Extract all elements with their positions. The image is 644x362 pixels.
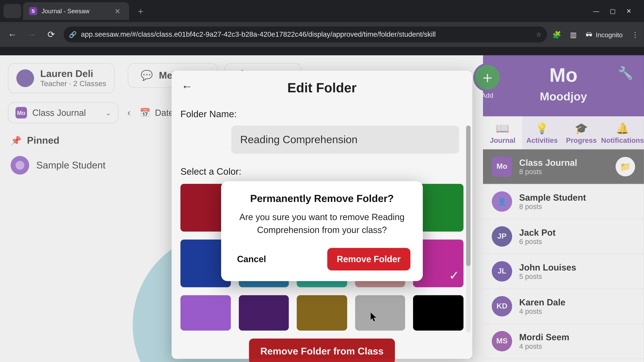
pin-icon: 📌 — [10, 135, 22, 146]
site-info-icon[interactable]: 🔗 — [69, 31, 76, 38]
right-column: ＋ Add Mo Moodjoy 🔧 📖Journal 💡Activities … — [483, 55, 644, 362]
right-tabs: 📖Journal 💡Activities 🎓Progress 🔔Notifica… — [483, 116, 644, 149]
item-avatar: MS — [492, 331, 512, 351]
user-card[interactable]: Lauren Deli Teacher · 2 Classes — [8, 63, 114, 93]
tab-activities[interactable]: 💡Activities — [522, 116, 562, 149]
nav-bar: ← → ⟳ 🔗 app.seesaw.me/#/class/class.e01b… — [0, 22, 644, 47]
url-text: app.seesaw.me/#/class/class.e01bf4c2-9a2… — [81, 30, 532, 38]
incognito-label: Incognito — [596, 31, 623, 38]
journal-dropdown[interactable]: Mo Class Journal ⌄ — [8, 102, 118, 123]
browser-tab[interactable]: S Journal - Seesaw ✕ — [23, 2, 129, 20]
bookmark-star-icon[interactable]: ☆ — [536, 31, 542, 38]
modal-title: Edit Folder — [287, 80, 356, 95]
color-swatch[interactable] — [297, 295, 347, 331]
add-button[interactable]: ＋ — [473, 63, 502, 91]
browser-menu-icon[interactable]: ⋮ — [632, 30, 639, 39]
incognito-badge[interactable]: 🕶 Incognito — [586, 31, 623, 38]
minimize-button[interactable]: — — [593, 7, 599, 14]
pinned-label: Pinned — [27, 135, 59, 146]
student-avatar — [10, 156, 29, 175]
remove-folder-button[interactable]: Remove Folder — [327, 248, 410, 270]
list-item[interactable]: MS Mordi Seem4 posts — [483, 324, 644, 359]
color-swatch[interactable] — [355, 295, 405, 331]
tab-close-button[interactable]: ✕ — [112, 6, 123, 16]
list-item[interactable]: Mo Class Journal8 posts 📁 — [483, 149, 644, 184]
student-name: Sample Student — [36, 160, 106, 171]
incognito-icon: 🕶 — [586, 31, 592, 38]
messages-icon: 💬 — [141, 70, 152, 81]
chevron-down-icon: ⌄ — [105, 108, 111, 117]
tab-journal[interactable]: 📖Journal — [483, 116, 522, 149]
journal-list[interactable]: Mo Class Journal8 posts 📁 👤 Sample Stude… — [483, 149, 644, 362]
new-tab-button[interactable]: ＋ — [131, 5, 150, 17]
tab-notifications[interactable]: 🔔Notifications — [601, 116, 644, 149]
confirm-title: Permanently Remove Folder? — [234, 193, 410, 205]
forward-button[interactable]: → — [25, 27, 39, 41]
folder-icon[interactable]: 📁 — [616, 157, 635, 176]
class-header: ＋ Add Mo Moodjoy 🔧 — [483, 55, 644, 116]
modal-back-button[interactable]: ← — [181, 80, 193, 93]
list-item[interactable]: KD Karen Dale4 posts — [483, 289, 644, 324]
item-avatar: KD — [492, 296, 512, 317]
folder-name-label: Folder Name: — [180, 109, 464, 119]
cursor-icon — [371, 312, 378, 322]
confirm-body: Are you sure you want to remove Reading … — [234, 211, 410, 237]
app-root: Lauren Deli Teacher · 2 Classes 💬 Messag… — [0, 55, 644, 362]
class-name: Moodjoy — [483, 86, 644, 103]
color-swatch[interactable] — [239, 295, 289, 331]
settings-wrench-icon[interactable]: 🔧 — [618, 66, 633, 80]
modal-scrollbar[interactable] — [466, 125, 470, 332]
tab-title: Journal - Seesaw — [42, 7, 108, 14]
user-avatar — [16, 69, 34, 87]
scrollbar-thumb[interactable] — [466, 125, 470, 266]
confirm-dialog: Permanently Remove Folder? Are you sure … — [221, 181, 423, 281]
progress-icon: 🎓 — [562, 122, 601, 135]
journal-icon: 📖 — [483, 122, 522, 135]
list-item[interactable]: 👤 Sample Student8 posts — [483, 184, 644, 219]
seesaw-favicon: S — [29, 7, 37, 15]
list-item[interactable]: JL John Louises5 posts — [483, 254, 644, 289]
add-label: Add — [473, 91, 502, 99]
person-icon: 👤 — [497, 197, 506, 206]
select-color-label: Select a Color: — [180, 166, 464, 177]
color-swatch[interactable] — [413, 295, 464, 331]
close-window-button[interactable]: ✕ — [626, 7, 632, 14]
check-icon: ✓ — [449, 268, 459, 283]
user-role: Teacher · 2 Classes — [40, 80, 106, 88]
item-avatar: Mo — [492, 156, 512, 177]
journal-dropdown-label: Class Journal — [32, 108, 100, 118]
mo-badge: Mo — [16, 107, 27, 118]
calendar-icon: 📅 — [140, 107, 150, 118]
extensions-icon[interactable]: 🧩 — [552, 30, 561, 39]
activities-icon: 💡 — [522, 122, 562, 135]
item-avatar: JL — [492, 261, 512, 281]
color-swatch[interactable] — [180, 295, 231, 331]
tab-progress[interactable]: 🎓Progress — [562, 116, 601, 149]
tab-bar: S Journal - Seesaw ✕ ＋ — ▢ ✕ — [0, 0, 644, 22]
user-name: Lauren Deli — [40, 68, 106, 80]
bell-icon: 🔔 — [601, 122, 644, 135]
browser-chrome: S Journal - Seesaw ✕ ＋ — ▢ ✕ ← → ⟳ 🔗 app… — [0, 0, 644, 55]
cancel-button[interactable]: Cancel — [234, 249, 270, 270]
address-bar[interactable]: 🔗 app.seesaw.me/#/class/class.e01bf4c2-9… — [64, 26, 547, 42]
dates-prev-button[interactable]: ‹ — [125, 107, 133, 118]
window-controls: — ▢ ✕ — [593, 7, 640, 14]
maximize-button[interactable]: ▢ — [610, 7, 616, 14]
folder-name-input[interactable] — [231, 125, 459, 154]
reload-button[interactable]: ⟳ — [44, 27, 58, 41]
side-panel-icon[interactable]: ▥ — [570, 30, 577, 39]
back-button[interactable]: ← — [5, 27, 20, 41]
item-avatar: JP — [492, 226, 512, 247]
remove-folder-from-class-button[interactable]: Remove Folder from Class — [249, 339, 395, 362]
item-avatar: 👤 — [492, 191, 512, 212]
list-item[interactable]: JP Jack Pot6 posts — [483, 219, 644, 254]
tab-search-button[interactable] — [4, 4, 21, 18]
